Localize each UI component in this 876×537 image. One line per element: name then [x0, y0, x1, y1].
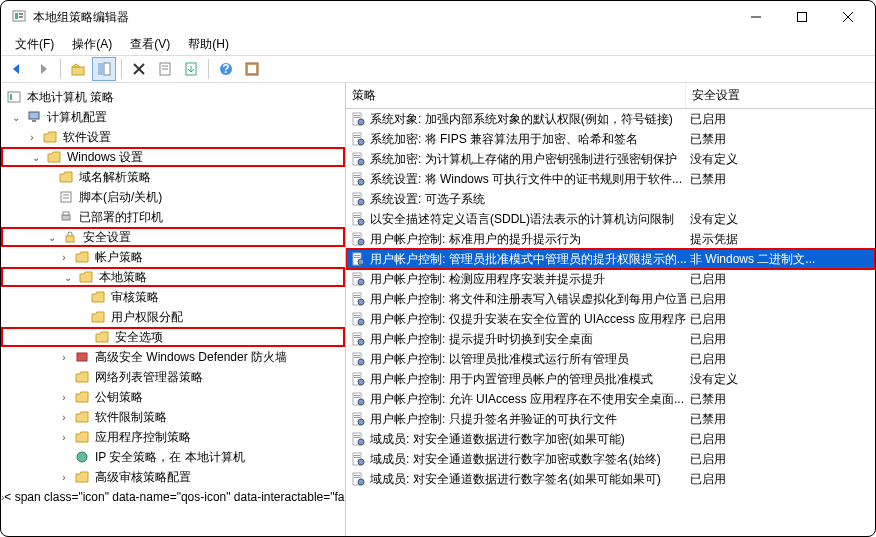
policy-row[interactable]: 用户帐户控制: 只提升签名并验证的可执行文件已禁用: [346, 409, 875, 429]
tree-app-control[interactable]: ›应用程序控制策略: [1, 427, 345, 447]
computer-icon: [26, 109, 42, 125]
tree-local-policies[interactable]: ⌄本地策略: [1, 267, 345, 287]
svg-rect-41: [354, 135, 360, 136]
list-pane: 策略 安全设置 系统对象: 加强内部系统对象的默认权限(例如，符号链接)已启用系…: [346, 83, 875, 536]
expand-icon[interactable]: ›: [57, 250, 71, 264]
menu-action[interactable]: 操作(A): [64, 34, 120, 55]
tree-public-key[interactable]: ›公钥策略: [1, 387, 345, 407]
tree-software-restriction[interactable]: ›软件限制策略: [1, 407, 345, 427]
tree-network-list[interactable]: 网络列表管理器策略: [1, 367, 345, 387]
tree-security-options[interactable]: 安全选项: [1, 327, 345, 347]
tree-scripts[interactable]: 脚本(启动/关机): [1, 187, 345, 207]
policy-row[interactable]: 系统加密: 为计算机上存储的用户密钥强制进行强密钥保护没有定义: [346, 149, 875, 169]
policy-row[interactable]: 域成员: 对安全通道数据进行数字签名(如果可能如果可)已启用: [346, 469, 875, 489]
tree-defender-firewall[interactable]: ›高级安全 Windows Defender 防火墙: [1, 347, 345, 367]
policy-name: 系统加密: 为计算机上存储的用户密钥强制进行强密钥保护: [370, 151, 677, 168]
policy-setting: 已启用: [686, 431, 875, 448]
minimize-button[interactable]: [733, 1, 779, 33]
folder-icon: [58, 169, 74, 185]
expand-icon[interactable]: ›: [1, 490, 4, 504]
svg-rect-89: [354, 375, 360, 376]
close-button[interactable]: [825, 1, 871, 33]
svg-rect-42: [354, 137, 360, 138]
expand-icon[interactable]: ›: [57, 430, 71, 444]
export-button[interactable]: [179, 57, 203, 81]
menu-help[interactable]: 帮助(H): [180, 34, 237, 55]
policy-row[interactable]: 系统对象: 加强内部系统对象的默认权限(例如，符号链接)已启用: [346, 109, 875, 129]
tree-security-settings[interactable]: ⌄安全设置: [1, 227, 345, 247]
policy-row[interactable]: 系统加密: 将 FIPS 兼容算法用于加密、哈希和签名已禁用: [346, 129, 875, 149]
tree-software-settings[interactable]: ›软件设置: [1, 127, 345, 147]
expand-icon[interactable]: ›: [57, 410, 71, 424]
policy-setting: 已禁用: [686, 411, 875, 428]
policy-item-icon: [350, 131, 366, 147]
tree-computer-config[interactable]: ⌄计算机配置: [1, 107, 345, 127]
folder-lock-icon: [78, 269, 94, 285]
policy-name: 用户帐户控制: 用于内置管理员帐户的管理员批准模式: [370, 371, 653, 388]
svg-rect-98: [354, 417, 360, 418]
policy-row[interactable]: 用户帐户控制: 仅提升安装在安全位置的 UIAccess 应用程序已启用: [346, 309, 875, 329]
policy-row[interactable]: 用户帐户控制: 管理员批准模式中管理员的提升权限提示的...非 Windows …: [346, 249, 875, 269]
forward-button[interactable]: [31, 57, 55, 81]
policy-row[interactable]: 域成员: 对安全通道数据进行数字加密或数字签名(始终)已启用: [346, 449, 875, 469]
column-setting[interactable]: 安全设置: [686, 83, 875, 108]
show-hide-tree-button[interactable]: [92, 57, 116, 81]
tree-qos[interactable]: ›< span class="icon" data-name="qos-icon…: [1, 487, 345, 507]
policy-row[interactable]: 域成员: 对安全通道数据进行数字加密(如果可能)已启用: [346, 429, 875, 449]
policy-row[interactable]: 用户帐户控制: 检测应用程序安装并提示提升已启用: [346, 269, 875, 289]
svg-point-55: [358, 199, 364, 205]
svg-rect-38: [354, 117, 360, 118]
delete-button[interactable]: [127, 57, 151, 81]
expand-icon[interactable]: ›: [57, 470, 71, 484]
up-button[interactable]: [66, 57, 90, 81]
svg-rect-8: [72, 67, 84, 75]
column-policy[interactable]: 策略: [346, 83, 686, 108]
svg-rect-61: [354, 235, 360, 236]
collapse-icon[interactable]: ⌄: [29, 150, 43, 164]
refresh-button[interactable]: [240, 57, 264, 81]
expand-icon[interactable]: ›: [57, 350, 71, 364]
tree-audit-policy[interactable]: 审核策略: [1, 287, 345, 307]
menu-view[interactable]: 查看(V): [122, 34, 178, 55]
tree-deployed-printers[interactable]: 已部署的打印机: [1, 207, 345, 227]
maximize-button[interactable]: [779, 1, 825, 33]
tree-windows-settings[interactable]: ⌄Windows 设置: [1, 147, 345, 167]
tree-name-resolution[interactable]: 域名解析策略: [1, 167, 345, 187]
tree-root[interactable]: 本地计算机 策略: [1, 87, 345, 107]
policy-name: 域成员: 对安全通道数据进行数字加密或数字签名(始终): [370, 451, 661, 468]
folder-icon: [74, 469, 90, 485]
policy-item-icon: [350, 451, 366, 467]
collapse-icon[interactable]: ⌄: [9, 110, 23, 124]
policy-row[interactable]: 系统设置: 可选子系统: [346, 189, 875, 209]
svg-rect-105: [354, 455, 360, 456]
svg-point-75: [358, 299, 364, 305]
policy-row[interactable]: 以安全描述符定义语言(SDDL)语法表示的计算机访问限制没有定义: [346, 209, 875, 229]
tree-account-policies[interactable]: ›帐户策略: [1, 247, 345, 267]
expand-icon[interactable]: ›: [25, 130, 39, 144]
properties-button[interactable]: [153, 57, 177, 81]
policy-icon: [6, 89, 22, 105]
policy-row[interactable]: 用户帐户控制: 将文件和注册表写入错误虚拟化到每用户位置已启用: [346, 289, 875, 309]
svg-rect-31: [77, 353, 87, 361]
policy-row[interactable]: 用户帐户控制: 提示提升时切换到安全桌面已启用: [346, 329, 875, 349]
policy-row[interactable]: 用户帐户控制: 允许 UIAccess 应用程序在不使用安全桌面...已禁用: [346, 389, 875, 409]
tree-ipsec[interactable]: IP 安全策略，在 本地计算机: [1, 447, 345, 467]
svg-rect-53: [354, 195, 360, 196]
policy-row[interactable]: 系统设置: 将 Windows 可执行文件中的证书规则用于软件...已禁用: [346, 169, 875, 189]
policy-row[interactable]: 用户帐户控制: 用于内置管理员帐户的管理员批准模式没有定义: [346, 369, 875, 389]
tree-advanced-audit[interactable]: ›高级审核策略配置: [1, 467, 345, 487]
help-button[interactable]: ?: [214, 57, 238, 81]
policy-row[interactable]: 用户帐户控制: 标准用户的提升提示行为提示凭据: [346, 229, 875, 249]
menubar: 文件(F) 操作(A) 查看(V) 帮助(H): [1, 33, 875, 55]
menu-file[interactable]: 文件(F): [7, 34, 62, 55]
svg-rect-29: [63, 212, 69, 215]
collapse-icon[interactable]: ⌄: [61, 270, 75, 284]
expand-icon[interactable]: ›: [57, 390, 71, 404]
back-button[interactable]: [5, 57, 29, 81]
policy-row[interactable]: 用户帐户控制: 以管理员批准模式运行所有管理员已启用: [346, 349, 875, 369]
folder-lock-icon: [94, 329, 110, 345]
policy-item-icon: [350, 291, 366, 307]
tree-user-rights[interactable]: 用户权限分配: [1, 307, 345, 327]
collapse-icon[interactable]: ⌄: [45, 230, 59, 244]
script-icon: [58, 189, 74, 205]
